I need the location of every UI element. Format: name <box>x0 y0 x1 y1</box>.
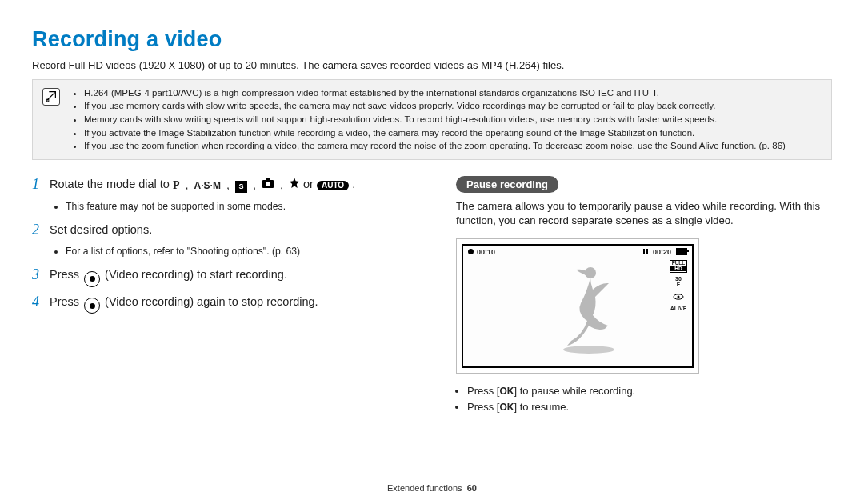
note-list: H.264 (MPEG-4 part10/AVC) is a high-comp… <box>73 86 823 153</box>
alive-label: ALIVE <box>670 306 687 311</box>
pause-description: The camera allows you to temporarily pau… <box>456 199 832 229</box>
intro-text: Record Full HD videos (1920 X 1080) of u… <box>32 58 832 73</box>
mode-magic-icon <box>289 178 300 189</box>
elapsed-time: 00:10 <box>477 248 495 256</box>
step-text: Press (Video recording) again to stop re… <box>50 294 318 314</box>
note-item: Memory cards with slow writing speeds wi… <box>84 113 823 126</box>
step-number: 3 <box>32 266 50 287</box>
screen-side-indicators: FULL HD 30F ALIVE <box>670 260 687 311</box>
svg-point-3 <box>266 182 270 186</box>
step-text: Rotate the mode dial to P, A·S·M, S, , o… <box>50 176 355 194</box>
step-text: Set desired options. <box>50 222 152 239</box>
pause-bullet-2: Press [OK] to resume. <box>467 399 832 415</box>
fps-label: 30F <box>675 276 682 287</box>
step-1: 1 Rotate the mode dial to P, A·S·M, S, ,… <box>32 176 432 194</box>
screen-top-bar: 00:10 00:20 <box>468 248 687 256</box>
mode-auto-icon: AUTO <box>317 181 349 190</box>
step-1-sub: This feature may not be supported in som… <box>56 200 432 214</box>
svg-point-7 <box>563 346 614 354</box>
step-number: 1 <box>32 176 50 194</box>
pause-icon <box>643 249 648 254</box>
pause-recording-badge: Pause recording <box>456 176 558 193</box>
svg-rect-2 <box>266 178 270 181</box>
eye-icon <box>673 290 684 302</box>
note-item: If you activate the Image Stabilization … <box>84 126 823 140</box>
mode-camera-icon <box>262 178 274 189</box>
step-2: 2 Set desired options. <box>32 222 432 239</box>
record-button-icon <box>84 298 100 314</box>
mode-smart-icon: S <box>235 181 247 193</box>
pause-bullets: Press [OK] to pause while recording. Pre… <box>456 383 832 415</box>
pause-bullet-1: Press [OK] to pause while recording. <box>467 383 832 399</box>
note-item: If you use memory cards with slow write … <box>84 99 823 113</box>
remaining-time: 00:20 <box>653 248 671 256</box>
step-2-sub: For a list of options, refer to "Shootin… <box>56 245 432 258</box>
battery-icon <box>676 248 687 255</box>
step-number: 2 <box>32 222 50 239</box>
note-item: H.264 (MPEG-4 part10/AVC) is a high-comp… <box>84 86 823 100</box>
ok-button-label: OK <box>499 386 514 397</box>
svg-rect-0 <box>46 99 49 102</box>
right-column: Pause recording The camera allows you to… <box>456 176 832 415</box>
step-4: 4 Press (Video recording) again to stop … <box>32 294 432 314</box>
ok-button-label: OK <box>499 402 514 413</box>
step-3: 3 Press (Video recording) to start recor… <box>32 266 432 287</box>
left-column: 1 Rotate the mode dial to P, A·S·M, S, ,… <box>32 176 432 415</box>
page-footer: Extended functions 60 <box>0 483 864 493</box>
mode-p-icon: P <box>173 179 180 192</box>
page-title: Recording a video <box>32 27 832 52</box>
step-text: Press (Video recording) to start recordi… <box>50 266 287 287</box>
screen-illustration: 00:10 00:20 FULL HD 30F <box>456 238 699 374</box>
note-icon <box>42 88 60 106</box>
mode-asm-icon: A·S·M <box>194 180 221 191</box>
full-hd-badge: FULL HD <box>670 260 687 273</box>
rec-dot-icon <box>468 249 474 254</box>
svg-point-5 <box>678 295 680 298</box>
record-button-icon <box>84 271 100 287</box>
note-item: If you use the zoom function when record… <box>84 139 823 153</box>
figure-illustration <box>541 263 637 363</box>
note-box: H.264 (MPEG-4 part10/AVC) is a high-comp… <box>32 79 832 160</box>
step-number: 4 <box>32 294 50 314</box>
